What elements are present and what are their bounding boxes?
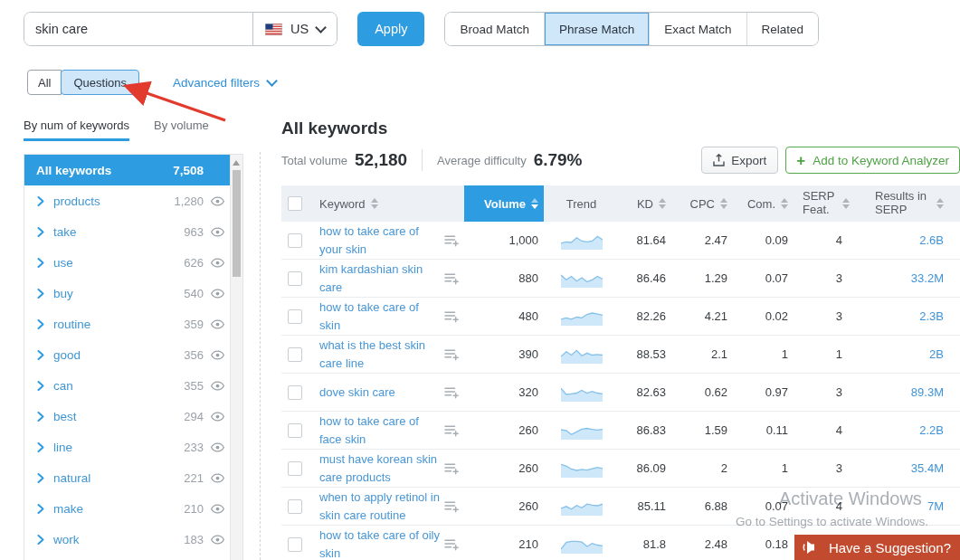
add-keyword-icon[interactable] — [444, 234, 459, 247]
add-keyword-icon[interactable] — [444, 310, 459, 323]
row-checkbox[interactable] — [288, 537, 302, 552]
all-keywords-row[interactable]: All keywords 7,508 — [24, 155, 232, 185]
group-label[interactable]: make — [53, 502, 184, 516]
group-label[interactable]: routine — [53, 318, 184, 331]
suggestion-button[interactable]: Have a Suggestion? — [794, 535, 960, 560]
sidebar-group-row[interactable]: buy540 — [24, 278, 232, 308]
col-header-kd[interactable]: KD — [619, 185, 671, 222]
keyword-link[interactable]: how to take care of oily skin — [319, 527, 441, 560]
row-checkbox[interactable] — [288, 423, 302, 438]
eye-icon[interactable] — [211, 289, 224, 299]
row-checkbox[interactable] — [288, 461, 302, 476]
scroll-up-arrow-icon[interactable] — [233, 160, 240, 166]
group-label[interactable]: take — [53, 225, 184, 239]
sidebar-group-row[interactable]: can355 — [24, 370, 232, 401]
keyword-link[interactable]: how to take care of your skin — [319, 223, 441, 258]
row-checkbox[interactable] — [288, 233, 302, 248]
col-header-results-in-serp[interactable]: Results in SERP — [855, 185, 949, 222]
results-link[interactable]: 2.2B — [919, 423, 944, 437]
group-label[interactable]: good — [53, 348, 184, 362]
group-label[interactable]: use — [53, 256, 184, 270]
col-header-com[interactable]: Com. — [733, 185, 794, 222]
sidebar-group-row[interactable]: good356 — [24, 339, 232, 370]
chevron-right-icon[interactable] — [37, 350, 44, 360]
chevron-right-icon[interactable] — [37, 227, 44, 237]
group-label[interactable]: work — [53, 533, 184, 546]
add-keyword-icon[interactable] — [444, 424, 459, 437]
add-keyword-icon[interactable] — [444, 348, 459, 361]
results-link[interactable]: 2.3B — [919, 309, 944, 323]
eye-icon[interactable] — [211, 381, 224, 391]
eye-icon[interactable] — [211, 412, 224, 422]
group-label[interactable]: line — [53, 441, 184, 454]
sidebar-group-row[interactable]: natural221 — [24, 462, 232, 493]
match-tab-broad-match[interactable]: Broad Match — [445, 13, 544, 45]
eye-icon[interactable] — [211, 196, 224, 206]
group-label[interactable]: products — [53, 195, 174, 208]
row-checkbox[interactable] — [288, 499, 302, 514]
chevron-right-icon[interactable] — [37, 289, 44, 299]
eye-icon[interactable] — [211, 442, 224, 452]
chevron-right-icon[interactable] — [37, 412, 44, 422]
results-link[interactable]: 2B — [929, 347, 944, 361]
region-selector[interactable]: US — [252, 13, 337, 45]
results-link[interactable]: 7M — [927, 499, 944, 513]
tab-by-volume[interactable]: By volume — [154, 119, 209, 141]
apply-button[interactable]: Apply — [357, 12, 424, 46]
chevron-right-icon[interactable] — [37, 535, 44, 545]
col-header-cpc[interactable]: CPC — [671, 185, 733, 222]
add-keyword-icon[interactable] — [444, 462, 459, 475]
keyword-link[interactable]: must have korean skin care products — [319, 451, 441, 486]
match-tab-exact-match[interactable]: Exact Match — [649, 13, 746, 45]
eye-icon[interactable] — [211, 227, 224, 237]
row-checkbox[interactable] — [288, 271, 302, 286]
chevron-right-icon[interactable] — [37, 381, 44, 391]
match-tab-related[interactable]: Related — [746, 13, 819, 45]
row-checkbox[interactable] — [288, 347, 302, 362]
keyword-link[interactable]: how to take care of face skin — [319, 413, 441, 448]
sidebar-group-row[interactable]: products1,280 — [24, 185, 232, 216]
results-link[interactable]: 89.3M — [911, 385, 944, 399]
keyword-link[interactable]: kim kardashian skin care — [319, 261, 441, 296]
col-header-serp-features[interactable]: SERP Feat. — [794, 185, 855, 222]
add-keyword-icon[interactable] — [444, 500, 459, 513]
match-tab-phrase-match[interactable]: Phrase Match — [544, 13, 649, 45]
row-checkbox[interactable] — [288, 385, 302, 400]
sidebar-group-row[interactable]: routine359 — [24, 308, 232, 339]
row-checkbox[interactable] — [288, 309, 302, 324]
search-input[interactable] — [24, 13, 252, 45]
eye-icon[interactable] — [211, 258, 224, 268]
keyword-link[interactable]: how to take care of skin — [319, 299, 441, 334]
add-to-keyword-analyzer-button[interactable]: + Add to Keyword Analyzer — [785, 147, 960, 174]
tab-by-num-of-keywords[interactable]: By num of keywords — [24, 119, 129, 141]
export-button[interactable]: Export — [701, 147, 778, 174]
eye-icon[interactable] — [211, 535, 224, 545]
sidebar-group-row[interactable]: best294 — [24, 401, 232, 432]
filter-all-button[interactable]: All — [27, 70, 62, 95]
eye-icon[interactable] — [211, 350, 224, 360]
results-link[interactable]: 35.4M — [911, 461, 944, 475]
chevron-right-icon[interactable] — [37, 504, 44, 514]
sidebar-scrollbar[interactable] — [230, 155, 242, 560]
scrollbar-thumb[interactable] — [233, 170, 241, 277]
select-all-checkbox[interactable] — [288, 196, 302, 211]
col-header-volume[interactable]: Volume — [464, 185, 544, 222]
col-header-keyword[interactable]: Keyword — [309, 185, 464, 222]
chevron-right-icon[interactable] — [37, 442, 44, 452]
group-label[interactable]: natural — [53, 471, 184, 485]
results-link[interactable]: 2.6B — [919, 233, 944, 247]
eye-icon[interactable] — [211, 504, 224, 514]
add-keyword-icon[interactable] — [444, 538, 459, 551]
chevron-right-icon[interactable] — [37, 473, 44, 483]
add-keyword-icon[interactable] — [444, 272, 459, 285]
group-label[interactable]: best — [53, 410, 184, 423]
chevron-right-icon[interactable] — [37, 196, 44, 206]
sidebar-group-row[interactable]: work183 — [24, 524, 232, 555]
chevron-right-icon[interactable] — [37, 258, 44, 268]
sidebar-group-row[interactable]: use626 — [24, 247, 232, 278]
chevron-right-icon[interactable] — [37, 319, 44, 329]
advanced-filters-toggle[interactable]: Advanced filters — [173, 76, 276, 90]
keyword-link[interactable]: when to apply retinol in skin care routi… — [319, 489, 441, 524]
keyword-link[interactable]: what is the best skin care line — [319, 337, 441, 372]
sidebar-group-row[interactable]: take963 — [24, 216, 232, 247]
